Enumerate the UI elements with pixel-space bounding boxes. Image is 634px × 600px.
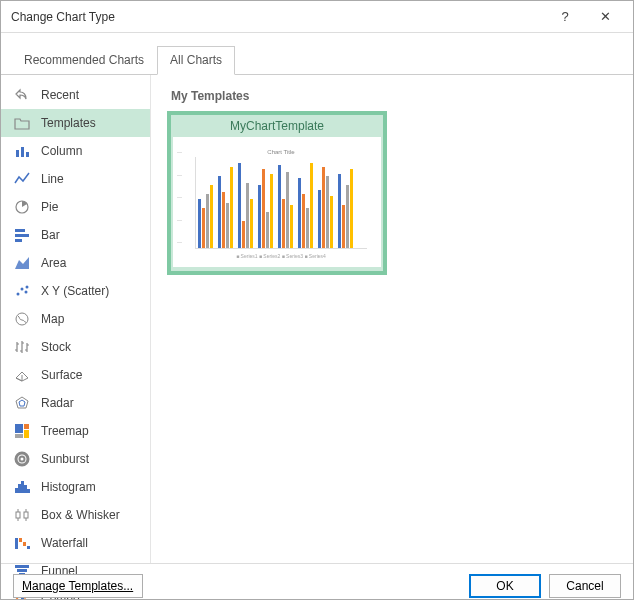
svg-rect-17: [15, 434, 23, 438]
svg-rect-27: [15, 538, 18, 549]
folder-icon: [13, 114, 31, 132]
svg-rect-26: [24, 512, 28, 518]
category-label: Bar: [41, 228, 60, 242]
category-recent[interactable]: Recent: [1, 81, 150, 109]
manage-templates-button[interactable]: Manage Templates...: [13, 574, 143, 598]
waterfall-icon: [13, 534, 31, 552]
svg-point-9: [25, 291, 28, 294]
category-label: Area: [41, 256, 66, 270]
column-icon: [13, 142, 31, 160]
category-pie[interactable]: Pie: [1, 193, 150, 221]
template-thumbnail-label: MyChartTemplate: [173, 117, 381, 137]
category-label: Templates: [41, 116, 96, 130]
svg-rect-14: [15, 424, 23, 433]
radar-icon: [13, 394, 31, 412]
category-stock[interactable]: Stock: [1, 333, 150, 361]
pie-icon: [13, 198, 31, 216]
category-label: Waterfall: [41, 536, 88, 550]
category-radar[interactable]: Radar: [1, 389, 150, 417]
svg-rect-25: [16, 512, 20, 518]
category-scatter[interactable]: X Y (Scatter): [1, 277, 150, 305]
svg-rect-15: [24, 424, 29, 429]
svg-rect-31: [15, 565, 29, 568]
svg-rect-21: [18, 484, 21, 493]
category-histogram[interactable]: Histogram: [1, 473, 150, 501]
category-waterfall[interactable]: Waterfall: [1, 529, 150, 557]
category-label: Treemap: [41, 424, 89, 438]
category-label: Map: [41, 312, 64, 326]
svg-point-7: [17, 293, 20, 296]
svg-point-8: [21, 288, 24, 291]
svg-rect-1: [21, 147, 24, 157]
ok-button[interactable]: OK: [469, 574, 541, 598]
section-title: My Templates: [167, 83, 617, 111]
category-treemap[interactable]: Treemap: [1, 417, 150, 445]
histogram-icon: [13, 478, 31, 496]
category-label: Line: [41, 172, 64, 186]
svg-rect-23: [24, 485, 27, 493]
svg-rect-20: [15, 488, 18, 493]
surface-icon: [13, 366, 31, 384]
close-button[interactable]: ✕: [585, 9, 625, 24]
svg-rect-6: [15, 239, 22, 242]
category-label: Recent: [41, 88, 79, 102]
window-title: Change Chart Type: [11, 10, 545, 24]
boxwhisker-icon: [13, 506, 31, 524]
svg-point-10: [26, 286, 29, 289]
category-map[interactable]: Map: [1, 305, 150, 333]
svg-rect-0: [16, 150, 19, 157]
bar-icon: [13, 226, 31, 244]
svg-rect-5: [15, 234, 29, 237]
category-area[interactable]: Area: [1, 249, 150, 277]
svg-rect-30: [27, 546, 30, 549]
tab-all-charts[interactable]: All Charts: [157, 46, 235, 75]
category-column[interactable]: Column: [1, 137, 150, 165]
svg-rect-24: [27, 489, 30, 493]
category-label: Histogram: [41, 480, 96, 494]
category-label: Surface: [41, 368, 82, 382]
area-icon: [13, 254, 31, 272]
category-bar[interactable]: Bar: [1, 221, 150, 249]
svg-rect-29: [23, 542, 26, 546]
chart-category-list: RecentTemplatesColumnLinePieBarAreaX Y (…: [1, 75, 151, 563]
main-panel: My Templates MyChartTemplate ————— Chart…: [151, 75, 633, 563]
svg-marker-13: [19, 400, 25, 406]
template-thumbnail[interactable]: MyChartTemplate ————— Chart Title ■ Seri…: [167, 111, 387, 275]
svg-rect-2: [26, 152, 29, 157]
chart-title: Chart Title: [195, 149, 367, 155]
cancel-button[interactable]: Cancel: [549, 574, 621, 598]
category-label: X Y (Scatter): [41, 284, 109, 298]
category-label: Radar: [41, 396, 74, 410]
svg-point-19: [20, 457, 25, 462]
sunburst-icon: [13, 450, 31, 468]
category-label: Stock: [41, 340, 71, 354]
category-templates[interactable]: Templates: [1, 109, 150, 137]
svg-rect-28: [19, 538, 22, 542]
svg-rect-32: [17, 569, 27, 572]
chart-legend: ■ Series1 ■ Series2 ■ Series3 ■ Series4: [195, 253, 367, 259]
help-button[interactable]: ?: [545, 9, 585, 24]
svg-point-11: [16, 313, 28, 325]
map-icon: [13, 310, 31, 328]
category-label: Column: [41, 144, 82, 158]
line-icon: [13, 170, 31, 188]
svg-point-18: [16, 453, 28, 465]
tab-strip: Recommended Charts All Charts: [1, 33, 633, 75]
stock-icon: [13, 338, 31, 356]
template-preview: ————— Chart Title ■ Series1 ■ Series2 ■ …: [173, 137, 381, 267]
scatter-icon: [13, 282, 31, 300]
title-bar: Change Chart Type ? ✕: [1, 1, 633, 33]
svg-rect-22: [21, 481, 24, 493]
undo-icon: [13, 86, 31, 104]
category-boxwhisker[interactable]: Box & Whisker: [1, 501, 150, 529]
category-line[interactable]: Line: [1, 165, 150, 193]
category-label: Box & Whisker: [41, 508, 120, 522]
tab-recommended-charts[interactable]: Recommended Charts: [11, 46, 157, 75]
svg-rect-16: [24, 430, 29, 438]
category-label: Pie: [41, 200, 58, 214]
category-sunburst[interactable]: Sunburst: [1, 445, 150, 473]
category-label: Sunburst: [41, 452, 89, 466]
svg-rect-4: [15, 229, 25, 232]
treemap-icon: [13, 422, 31, 440]
category-surface[interactable]: Surface: [1, 361, 150, 389]
